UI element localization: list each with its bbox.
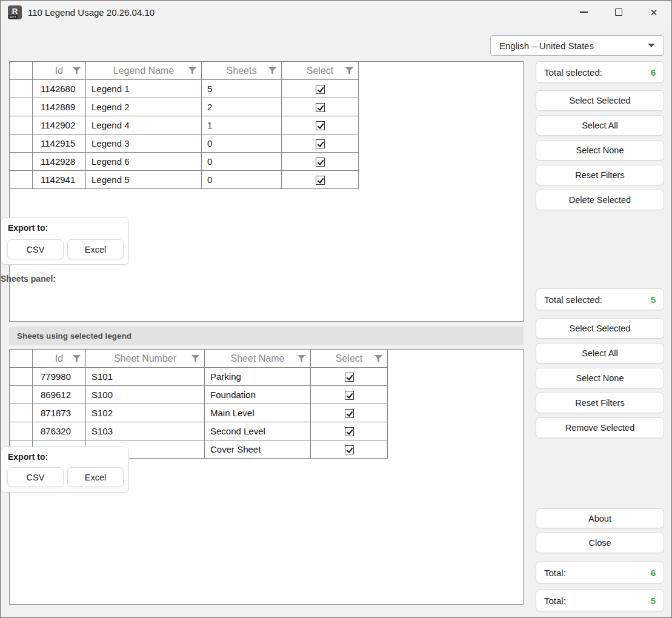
language-dropdown[interactable]: English – United States [490, 35, 664, 56]
close-button[interactable]: ✕ [636, 1, 671, 24]
legend-name-cell[interactable]: Legend 5 [86, 171, 202, 189]
sheet-number-cell[interactable]: S100 [86, 386, 205, 404]
sheet-select-cell[interactable] [311, 368, 388, 386]
select-checkbox[interactable] [316, 121, 325, 130]
select-checkbox[interactable] [316, 158, 325, 167]
legend-row[interactable]: 1142680Legend 15 [10, 80, 359, 98]
legend-sheets-cell[interactable]: 0 [202, 153, 282, 171]
legend-name-cell[interactable]: Legend 6 [86, 153, 202, 171]
legend-row[interactable]: 1142928Legend 60 [10, 153, 359, 171]
row-selector[interactable] [10, 404, 33, 422]
row-selector[interactable] [10, 80, 33, 98]
legend-id-cell[interactable]: 1142680 [33, 80, 86, 98]
legend-id-cell[interactable]: 1142915 [33, 135, 86, 153]
filter-icon[interactable] [298, 355, 305, 362]
legend-sheets-cell[interactable]: 1 [202, 116, 282, 135]
select-checkbox[interactable] [345, 391, 354, 400]
sheets-select-selected-button[interactable]: Select Selected [536, 318, 664, 339]
filter-icon[interactable] [73, 67, 81, 75]
sheets-export-csv-button[interactable]: CSV [7, 467, 64, 487]
filter-icon[interactable] [191, 355, 199, 362]
select-checkbox[interactable] [316, 85, 325, 94]
legend-row[interactable]: 1142902Legend 41 [10, 116, 359, 135]
row-selector[interactable] [10, 135, 33, 153]
sheet-name-cell[interactable]: Foundation [205, 386, 311, 404]
row-selector[interactable] [10, 386, 33, 404]
legend-id-cell[interactable]: 1142889 [33, 98, 86, 116]
row-selector[interactable] [10, 368, 33, 386]
row-selector[interactable] [10, 171, 33, 189]
column-header-id[interactable]: Id [33, 62, 86, 80]
sheets-select-all-button[interactable]: Select All [536, 343, 664, 364]
filter-icon[interactable] [374, 355, 382, 362]
column-header-sheet-name[interactable]: Sheet Name [205, 350, 311, 368]
sheet-id-cell[interactable]: 871873 [33, 404, 86, 422]
legends-export-csv-button[interactable]: CSV [7, 239, 64, 259]
select-checkbox[interactable] [345, 445, 354, 454]
sheet-id-cell[interactable]: 779980 [33, 368, 86, 386]
close-dialog-button[interactable]: Close [536, 533, 664, 553]
legend-id-cell[interactable]: 1142928 [33, 153, 86, 171]
maximize-button[interactable] [601, 1, 636, 24]
legend-id-cell[interactable]: 1142902 [33, 116, 86, 135]
sheet-row[interactable]: 876320S103Second Level [10, 422, 388, 440]
legend-row[interactable]: 1142941Legend 50 [10, 171, 359, 189]
legend-sheets-cell[interactable]: 0 [202, 171, 282, 189]
legend-select-cell[interactable] [282, 116, 359, 135]
sheets-select-none-button[interactable]: Select None [536, 368, 664, 388]
legend-sheets-cell[interactable]: 5 [202, 80, 282, 98]
sheet-name-cell[interactable]: Cover Sheet [205, 440, 311, 459]
select-checkbox[interactable] [316, 139, 325, 148]
sheets-export-excel-button[interactable]: Excel [67, 467, 124, 487]
sheets-remove-selected-button[interactable]: Remove Selected [536, 417, 664, 438]
legends-select-selected-button[interactable]: Select Selected [536, 90, 664, 111]
select-checkbox[interactable] [316, 176, 325, 185]
filter-icon[interactable] [188, 67, 196, 75]
legend-name-cell[interactable]: Legend 4 [86, 116, 202, 135]
column-header-select[interactable]: Select [311, 350, 388, 368]
sheet-row[interactable]: 871873S102Main Level [10, 404, 388, 422]
legend-row[interactable]: 1142915Legend 30 [10, 135, 359, 153]
sheets-reset-filters-button[interactable]: Reset Filters [536, 393, 664, 413]
row-selector[interactable] [10, 422, 33, 440]
legend-select-cell[interactable] [282, 80, 359, 98]
select-checkbox[interactable] [345, 427, 354, 436]
legend-name-cell[interactable]: Legend 3 [86, 135, 202, 153]
column-header-sheets[interactable]: Sheets [202, 62, 282, 80]
column-header-legend-name[interactable]: Legend Name [86, 62, 202, 80]
filter-icon[interactable] [345, 67, 353, 75]
sheet-number-cell[interactable]: S102 [86, 404, 205, 422]
legend-select-cell[interactable] [282, 135, 359, 153]
legend-name-cell[interactable]: Legend 1 [86, 80, 202, 98]
row-selector[interactable] [10, 98, 33, 116]
legend-row[interactable]: 1142889Legend 22 [10, 98, 359, 116]
sheet-name-cell[interactable]: Parking [205, 368, 311, 386]
filter-icon[interactable] [73, 355, 81, 362]
sheet-name-cell[interactable]: Second Level [205, 422, 311, 440]
legend-select-cell[interactable] [282, 98, 359, 116]
select-checkbox[interactable] [316, 103, 325, 112]
sheet-row[interactable]: 779980S101Parking [10, 368, 388, 386]
select-checkbox[interactable] [345, 409, 354, 418]
about-button[interactable]: About [536, 508, 664, 528]
sheet-name-cell[interactable]: Main Level [205, 404, 311, 422]
legend-select-cell[interactable] [282, 153, 359, 171]
legends-delete-selected-button[interactable]: Delete Selected [536, 190, 664, 210]
sheet-id-cell[interactable]: 869612 [33, 386, 86, 404]
minimize-button[interactable] [566, 1, 601, 24]
sheet-select-cell[interactable] [311, 404, 388, 422]
legend-sheets-cell[interactable]: 2 [202, 98, 282, 116]
row-selector[interactable] [10, 116, 33, 135]
legends-select-none-button[interactable]: Select None [536, 140, 664, 161]
legend-id-cell[interactable]: 1142941 [33, 171, 86, 189]
legends-export-excel-button[interactable]: Excel [67, 239, 124, 259]
legend-sheets-cell[interactable]: 0 [202, 135, 282, 153]
column-header-id[interactable]: Id [33, 350, 86, 368]
column-header-sheet-number[interactable]: Sheet Number [86, 350, 205, 368]
sheet-select-cell[interactable] [311, 386, 388, 404]
column-header-select[interactable]: Select [282, 62, 359, 80]
sheet-select-cell[interactable] [311, 422, 388, 440]
sheet-id-cell[interactable]: 876320 [33, 422, 86, 440]
sheet-row[interactable]: 869612S100Foundation [10, 386, 388, 404]
select-checkbox[interactable] [345, 373, 354, 382]
